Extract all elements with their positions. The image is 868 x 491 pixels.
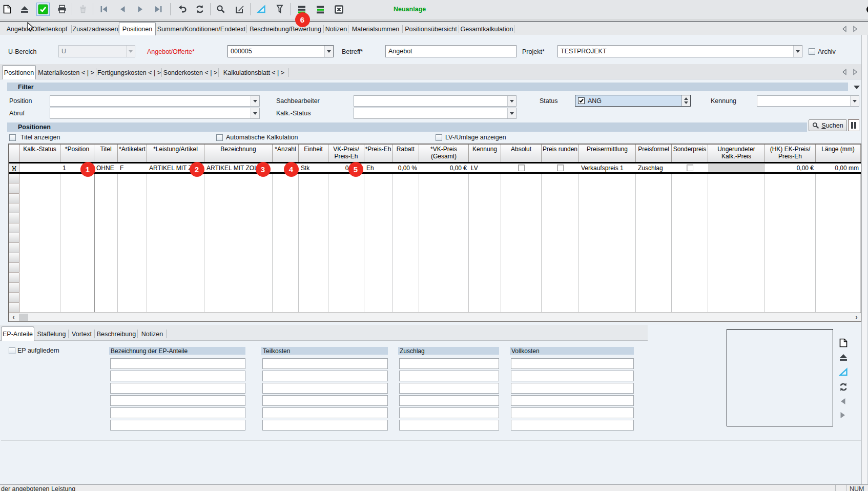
column-header[interactable]: Preisermittlung <box>579 145 636 162</box>
scroll-right-icon[interactable]: › <box>852 313 861 321</box>
side-refresh-icon[interactable] <box>839 382 848 393</box>
archiv-checkbox[interactable] <box>809 48 815 55</box>
scrollbar-thumb[interactable] <box>19 314 28 321</box>
ep-input[interactable] <box>511 358 634 369</box>
ep-input[interactable] <box>399 395 499 406</box>
ep-input[interactable] <box>399 383 499 394</box>
side-eject-icon[interactable] <box>839 353 848 363</box>
row-header-cell[interactable] <box>9 293 19 302</box>
eptab-vortext[interactable]: Vortext <box>69 328 95 340</box>
angebot-offerte-select[interactable]: 000005 <box>228 45 334 57</box>
ep-input[interactable] <box>262 407 388 418</box>
tab-scroll-left-icon[interactable] <box>841 26 848 34</box>
ep-input[interactable] <box>262 420 388 431</box>
tab-notizen[interactable]: Notizen <box>324 23 348 35</box>
row-header-cell[interactable] <box>9 263 19 273</box>
eptab-ep-anteile[interactable]: EP-Anteile <box>1 326 34 341</box>
position-filter-select[interactable] <box>50 95 260 107</box>
ep-input[interactable] <box>511 371 634 381</box>
row-header-cell[interactable] <box>9 194 19 203</box>
lv-umlage-checkbox[interactable] <box>436 134 442 141</box>
column-header[interactable]: Bezeichnung <box>204 145 273 162</box>
subtab-sonderkosten-[interactable]: Sonderkosten < | > <box>162 66 219 79</box>
edit-icon[interactable] <box>233 3 246 16</box>
approve-checkbox-icon[interactable] <box>36 3 50 16</box>
column-header[interactable]: Kalk.-Status <box>19 145 60 162</box>
column-header[interactable]: Länge (mm) <box>816 145 861 162</box>
eptab-staffelung[interactable]: Staffelung <box>34 328 69 340</box>
ep-input[interactable] <box>110 358 245 369</box>
filter-section-header[interactable]: Filter <box>7 83 848 91</box>
delete-icon[interactable] <box>76 3 90 16</box>
triangle-icon[interactable] <box>255 3 268 16</box>
tab-positionen[interactable]: Positionen <box>119 22 156 35</box>
ep-input[interactable] <box>110 371 245 381</box>
side-previous-record-icon[interactable] <box>839 397 847 407</box>
row-header-cell[interactable] <box>9 303 19 313</box>
ep-input[interactable] <box>262 358 388 369</box>
ep-input[interactable] <box>262 395 388 406</box>
pause-button[interactable] <box>848 119 859 131</box>
right-scroll-strip[interactable] <box>861 35 867 484</box>
tab-beschreibung-bewertung[interactable]: Beschreibung/Bewertung <box>247 23 324 35</box>
ep-input[interactable] <box>110 407 245 418</box>
tab-scroll-right-icon[interactable] <box>852 26 858 34</box>
ep-input[interactable] <box>511 407 634 418</box>
titel-anzeigen-checkbox[interactable] <box>9 134 16 141</box>
refresh-icon[interactable] <box>193 3 206 16</box>
kennung-select[interactable] <box>757 95 859 107</box>
eject-icon[interactable] <box>18 3 31 16</box>
horizontal-scrollbar[interactable]: ‹› <box>9 313 861 321</box>
row-header-cell[interactable] <box>9 174 19 183</box>
side-new-document-icon[interactable] <box>839 338 848 349</box>
ep-input[interactable] <box>110 395 245 406</box>
subtab-kalkulationsblatt-[interactable]: Kalkulationsblatt < | > <box>219 66 289 79</box>
last-record-icon[interactable] <box>152 3 165 16</box>
eptab-beschreibung[interactable]: Beschreibung <box>95 328 138 340</box>
status-spinner[interactable] <box>681 95 690 106</box>
row-header-cell[interactable] <box>9 253 19 263</box>
sachbearbeiter-select[interactable] <box>354 95 516 107</box>
list-green-middle-icon[interactable] <box>314 3 327 16</box>
tab-summen-konditionen-endetext[interactable]: Summen/Konditionen/Endetext <box>156 23 247 35</box>
subtab-fertigungskosten-[interactable]: Fertigungskosten < | > <box>96 66 162 79</box>
ubereich-select[interactable]: U <box>58 45 135 57</box>
column-header[interactable]: Rabatt <box>392 145 419 162</box>
row-header-cell[interactable] <box>9 213 19 223</box>
column-header[interactable]: *Preis-Eh <box>364 145 392 162</box>
ep-input[interactable] <box>511 420 634 431</box>
side-next-record-icon[interactable] <box>839 411 847 421</box>
column-header[interactable]: UngerundeterKalk.-Preis <box>708 145 765 162</box>
tab-positionsübersicht[interactable]: Positionsübersicht <box>403 23 459 35</box>
column-header[interactable]: *Leistung/Artikel <box>147 145 204 162</box>
column-header[interactable]: Sonderpreis <box>672 145 708 162</box>
column-header[interactable]: *Anzahl <box>273 145 299 162</box>
new-document-icon[interactable] <box>1 3 14 16</box>
row-header-cell[interactable] <box>9 283 19 293</box>
subtab-positionen[interactable]: Positionen <box>2 65 36 79</box>
close-box-icon[interactable] <box>332 3 345 16</box>
first-record-icon[interactable] <box>97 3 111 16</box>
tab-gesamtkalkulation[interactable]: Gesamtkalkulation <box>459 23 514 35</box>
filter-pin-icon[interactable] <box>273 3 286 16</box>
ep-input[interactable] <box>511 383 634 394</box>
eptab-notizen[interactable]: Notizen <box>138 328 167 340</box>
row-header-cell[interactable] <box>9 233 19 243</box>
table-row-selected[interactable]: }{1OHNEFARTIKEL MIT ZOLLARTIKEL MIT ZOLL… <box>9 162 861 174</box>
grid-checkbox[interactable] <box>687 165 693 171</box>
grid-checkbox[interactable] <box>518 165 525 171</box>
ep-input[interactable] <box>399 371 499 381</box>
ep-input[interactable] <box>262 383 388 394</box>
subtab-scroll-left-icon[interactable] <box>841 69 848 77</box>
kalkstatus-select[interactable] <box>354 108 516 119</box>
ep-input[interactable] <box>511 395 634 406</box>
ep-input[interactable] <box>262 371 388 381</box>
ep-aufgliedern-checkbox[interactable] <box>9 347 15 354</box>
column-header[interactable]: VK-Preis/Preis-Eh <box>328 145 364 162</box>
column-header[interactable]: (HK) EK-Preis/Preis-Eh <box>765 145 816 162</box>
status-ang-checkbox[interactable] <box>578 97 585 104</box>
column-header[interactable]: Kennung <box>469 145 501 162</box>
column-header[interactable]: Preis runden <box>542 145 579 162</box>
column-header[interactable]: *VK-Preis(Gesamt) <box>419 145 469 162</box>
column-header[interactable]: *Artikelart <box>118 145 147 162</box>
